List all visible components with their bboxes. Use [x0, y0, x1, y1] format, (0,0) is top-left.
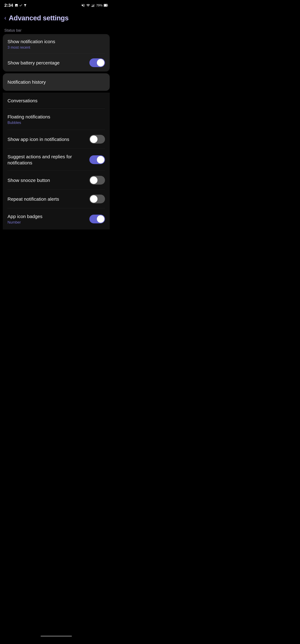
svg-rect-0 [92, 6, 92, 7]
conversations-title: Conversations [7, 98, 102, 104]
page-title: Advanced settings [9, 14, 69, 22]
show-battery-percentage-item[interactable]: Show battery percentage [3, 54, 110, 72]
app-icon-badges-item[interactable]: App icon badges Number [3, 208, 110, 230]
svg-rect-5 [107, 5, 108, 6]
filter-icon [23, 4, 27, 7]
show-app-icon-text: Show app icon in notifications [7, 136, 89, 142]
status-bar-section-label: Status bar [0, 25, 112, 34]
photo-icon [15, 4, 18, 7]
repeat-alerts-item[interactable]: Repeat notification alerts [3, 190, 110, 208]
signal-icon [91, 4, 95, 7]
show-snooze-item[interactable]: Show snooze button [3, 171, 110, 190]
toggle-knob-6 [90, 195, 97, 203]
toggle-knob-7 [97, 215, 104, 223]
toggle-knob-5 [90, 176, 97, 184]
suggest-actions-text: Suggest actions and replies for notifica… [7, 154, 89, 166]
mute-icon [81, 4, 85, 7]
app-icon-badges-toggle[interactable] [89, 214, 105, 223]
svg-rect-6 [104, 4, 107, 6]
notification-history-text: Notification history [7, 79, 105, 85]
battery-percentage: 79% [96, 4, 102, 7]
show-notification-icons-subtitle: 3 most recent [7, 45, 102, 50]
suggest-actions-title: Suggest actions and replies for notifica… [7, 154, 87, 166]
notification-history-item[interactable]: Notification history [3, 73, 110, 91]
show-battery-toggle[interactable] [89, 58, 105, 67]
toggle-knob-4 [97, 156, 104, 164]
show-app-icon-title: Show app icon in notifications [7, 136, 87, 142]
status-bar: 2:34 [0, 0, 112, 10]
bottom-bar [0, 633, 112, 639]
show-notification-icons-title: Show notification icons [7, 38, 102, 44]
wifi-icon [86, 4, 90, 7]
conversations-text: Conversations [7, 98, 105, 104]
check-icon [19, 4, 22, 7]
notification-history-title: Notification history [7, 79, 102, 85]
floating-notifications-text: Floating notifications Bubbles [7, 114, 105, 125]
setting-text-group-2: Show battery percentage [7, 60, 89, 66]
show-snooze-title: Show snooze button [7, 177, 87, 183]
app-icon-badges-title: App icon badges [7, 213, 87, 220]
suggest-actions-item[interactable]: Suggest actions and replies for notifica… [3, 148, 110, 171]
show-snooze-toggle[interactable] [89, 176, 105, 184]
repeat-alerts-toggle[interactable] [89, 194, 105, 203]
toggle-knob-3 [90, 136, 97, 143]
repeat-alerts-title: Repeat notification alerts [7, 196, 87, 202]
status-bar-left: 2:34 [4, 3, 27, 8]
floating-notifications-title: Floating notifications [7, 114, 102, 120]
repeat-alerts-text: Repeat notification alerts [7, 196, 89, 202]
battery-icon [104, 4, 108, 7]
show-snooze-text: Show snooze button [7, 177, 89, 183]
status-icons [15, 4, 27, 7]
status-time: 2:34 [4, 3, 13, 8]
floating-notifications-subtitle: Bubbles [7, 120, 102, 125]
app-icon-badges-subtitle: Number [7, 220, 87, 224]
svg-rect-3 [94, 4, 94, 7]
app-icon-badges-text: App icon badges Number [7, 213, 89, 224]
show-app-icon-item[interactable]: Show app icon in notifications [3, 130, 110, 148]
nav-pill [41, 636, 72, 637]
svg-rect-2 [93, 5, 94, 7]
toggle-knob [97, 59, 104, 66]
back-button[interactable]: ‹ [4, 15, 6, 21]
show-notification-icons-item[interactable]: Show notification icons 3 most recent [3, 34, 110, 54]
setting-text-group: Show notification icons 3 most recent [7, 38, 105, 50]
suggest-actions-toggle[interactable] [89, 155, 105, 164]
conversations-item[interactable]: Conversations [3, 92, 110, 109]
show-battery-percentage-title: Show battery percentage [7, 60, 87, 66]
settings-list: Conversations Floating notifications Bub… [3, 92, 110, 230]
page-header: ‹ Advanced settings [0, 10, 112, 25]
svg-rect-1 [92, 6, 93, 7]
status-bar-right: 79% [81, 4, 108, 7]
status-bar-card: Show notification icons 3 most recent Sh… [3, 34, 110, 72]
show-app-icon-toggle[interactable] [89, 135, 105, 144]
floating-notifications-item[interactable]: Floating notifications Bubbles [3, 109, 110, 130]
